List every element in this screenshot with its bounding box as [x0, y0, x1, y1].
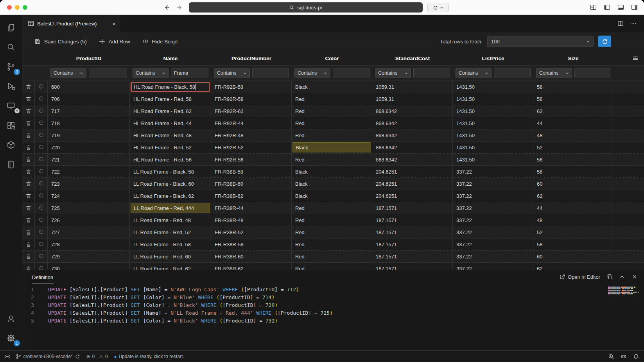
code-line[interactable]: 5UPDATE [SalesLT].[Product] SET [Color] … [22, 317, 644, 325]
cell-productid[interactable]: 718 [48, 117, 130, 129]
cell-productnumber[interactable]: FR-R92R-44 [211, 117, 292, 129]
filter-value-input[interactable] [574, 68, 610, 78]
revert-row-button[interactable] [35, 166, 48, 177]
cell-color[interactable]: Red [292, 202, 372, 214]
cell-standardcost[interactable]: 187.1571 [372, 226, 453, 238]
save-changes-button[interactable]: Save Changes (5) [34, 38, 87, 45]
close-panel-icon[interactable] [631, 274, 638, 280]
delete-row-button[interactable] [22, 238, 35, 250]
close-window-button[interactable] [7, 5, 12, 10]
filter-operator-dropdown[interactable]: Contains [50, 68, 86, 78]
delete-row-button[interactable] [22, 226, 35, 238]
revert-row-button[interactable] [35, 178, 48, 190]
cell-listprice[interactable]: 1431.50 [453, 93, 533, 105]
copilot-icon[interactable] [621, 353, 627, 360]
cell-standardcost[interactable]: 868.6342 [372, 129, 453, 141]
cell-color[interactable]: Red [292, 251, 372, 262]
cell-productnumber[interactable]: FR-R38R-52 [211, 226, 292, 238]
split-editor-icon[interactable] [617, 20, 624, 27]
cell-standardcost[interactable]: 868.6342 [372, 142, 453, 153]
branch-status[interactable]: croblesm-0305-vscode* [16, 354, 80, 359]
delete-row-button[interactable] [22, 154, 35, 165]
cell-productid[interactable]: 724 [48, 190, 130, 202]
cell-edit-input[interactable]: HL Road Frame - Black, 58 [131, 82, 210, 92]
delete-row-button[interactable] [22, 214, 35, 226]
revert-row-button[interactable] [35, 154, 48, 165]
cell-productid[interactable]: 720 [48, 142, 130, 153]
cell-name[interactable]: HL Road Frame - Red, 44 [130, 117, 211, 129]
filter-operator-dropdown[interactable]: Contains [133, 68, 169, 78]
cell-productid[interactable]: 725 [48, 202, 130, 214]
toggle-primary-sidebar-icon[interactable] [604, 4, 610, 11]
cell-name[interactable]: LL Road Frame - Red, 62 [130, 263, 211, 270]
filter-value-input[interactable] [252, 68, 289, 78]
filter-operator-dropdown[interactable]: Contains [536, 68, 572, 78]
cell-productid[interactable]: 680 [48, 81, 130, 93]
problems-status[interactable]: ⊗ 0 ⚠ 0 [86, 354, 108, 359]
sidebar-item-notebooks[interactable] [0, 155, 22, 174]
cell-listprice[interactable]: 1431.50 [453, 117, 533, 129]
cell-color[interactable]: Red [292, 238, 372, 250]
customize-layout-icon[interactable] [590, 4, 597, 11]
cell-color[interactable]: Black [292, 81, 372, 93]
cell-listprice[interactable]: 337.22 [453, 214, 533, 226]
cell-standardcost[interactable]: 868.6342 [372, 154, 453, 165]
delete-row-button[interactable] [22, 190, 35, 202]
cell-standardcost[interactable]: 187.1571 [372, 214, 453, 226]
cell-color[interactable]: Red [292, 226, 372, 238]
cell-listprice[interactable]: 337.22 [453, 190, 533, 202]
revert-row-button[interactable] [35, 263, 48, 270]
column-header-size[interactable]: Size [533, 51, 613, 65]
filter-value-input[interactable] [494, 68, 531, 78]
tab-saleslt-product[interactable]: SalesLT.Product (Preview) × [22, 15, 120, 32]
modified-cell-value[interactable]: Black [292, 142, 371, 152]
revert-row-button[interactable] [35, 214, 48, 226]
toggle-secondary-sidebar-icon[interactable] [631, 4, 638, 11]
column-header-color[interactable]: Color [292, 51, 372, 65]
cell-productnumber[interactable]: FR-R92R-56 [211, 154, 292, 165]
cell-color[interactable]: Red [292, 214, 372, 226]
cell-standardcost[interactable]: 187.1571 [372, 202, 453, 214]
cell-listprice[interactable]: 1431.50 [453, 105, 533, 117]
cell-productnumber[interactable]: FR-R38R-62 [211, 263, 292, 270]
cell-standardcost[interactable]: 868.6342 [372, 105, 453, 117]
cell-listprice[interactable]: 337.22 [453, 238, 533, 250]
filter-operator-dropdown[interactable]: Contains [456, 68, 492, 78]
cell-name[interactable]: LL Road Frame - Red, 58 [130, 238, 211, 250]
cell-color[interactable]: Black [292, 190, 372, 202]
filter-operator-dropdown[interactable]: Contains [214, 68, 250, 78]
filter-value-input[interactable] [89, 68, 127, 78]
delete-row-button[interactable] [22, 178, 35, 190]
cell-size[interactable]: 44 [533, 202, 613, 214]
settings-button[interactable]: 1 [0, 328, 22, 348]
revert-row-button[interactable] [35, 238, 48, 250]
cell-name[interactable]: LL Road Frame - Red, 60 [130, 251, 211, 262]
column-header-listprice[interactable]: ListPrice [453, 51, 533, 65]
code-line[interactable]: 1UPDATE [SalesLT].[Product] SET [Name] =… [22, 286, 644, 294]
filter-value-input[interactable] [413, 68, 450, 78]
cell-color[interactable]: Red [292, 93, 372, 105]
cell-size[interactable]: 58 [533, 93, 613, 105]
cell-standardcost[interactable]: 204.6251 [372, 166, 453, 177]
cell-standardcost[interactable]: 187.1571 [372, 251, 453, 262]
delete-row-button[interactable] [22, 202, 35, 214]
cell-size[interactable]: 56 [533, 154, 613, 165]
cell-size[interactable]: 58 [533, 81, 613, 93]
session-sync-button[interactable] [427, 3, 449, 12]
cell-size[interactable]: 58 [533, 238, 613, 250]
delete-row-button[interactable] [22, 81, 35, 93]
column-header-name[interactable]: Name [130, 51, 211, 65]
cell-name[interactable]: HL Road Frame - Red, 62 [130, 105, 211, 117]
revert-row-button[interactable] [35, 105, 48, 117]
sidebar-item-database-projects[interactable] [0, 135, 22, 155]
cell-size[interactable]: 60 [533, 178, 613, 190]
cell-productnumber[interactable]: FR-R92B-58 [211, 81, 292, 93]
total-rows-input[interactable]: 100 [487, 36, 594, 47]
cell-color[interactable]: Red [292, 263, 372, 270]
cell-name[interactable]: LL Road Frame - Red, 52 [130, 226, 211, 238]
revert-row-button[interactable] [35, 81, 48, 93]
modified-cell-value[interactable]: LL Road Frame - Red, 444 [131, 203, 210, 213]
cell-productnumber[interactable]: FR-R38B-62 [211, 190, 292, 202]
remote-indicator[interactable]: >< [5, 354, 9, 359]
cell-name[interactable]: LL Road Frame - Black, 62 [130, 190, 211, 202]
